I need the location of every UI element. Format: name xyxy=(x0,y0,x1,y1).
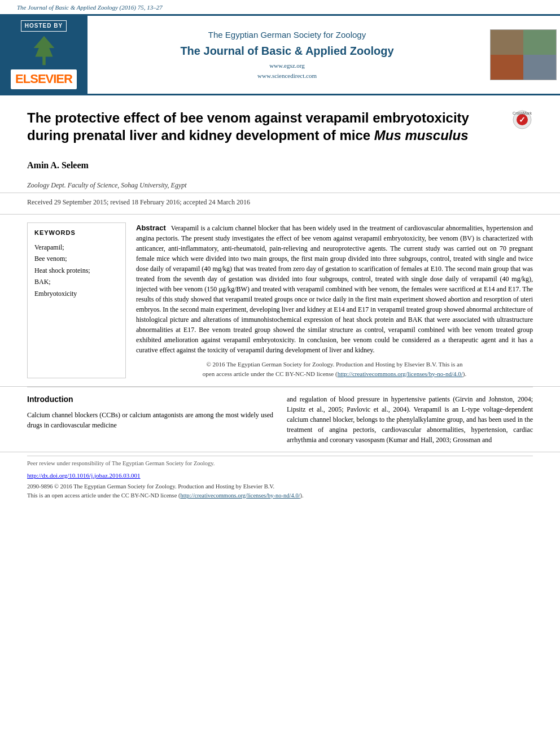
abstract-title: Abstract xyxy=(136,224,166,232)
keyword-item: Heat shock proteins; xyxy=(34,265,119,276)
article-title-section: ✓ CrossMark The protective effect of bee… xyxy=(0,95,560,150)
license-line2: open access article under the CC BY-NC-N… xyxy=(203,370,467,377)
keyword-item: Bee venom; xyxy=(34,253,119,264)
footer-line1: 2090-9896 © 2016 The Egyptian German Soc… xyxy=(27,483,274,490)
crossmark-icon: ✓ CrossMark xyxy=(511,109,533,130)
footer-line2: This is an open access article under the… xyxy=(27,492,304,499)
affiliation-text: Zoology Dept. Faculty of Science, Sohag … xyxy=(27,181,533,190)
right-col-content: and regulation of blood pressure in hype… xyxy=(287,395,533,444)
affiliation-section: Zoology Dept. Faculty of Science, Sohag … xyxy=(0,174,560,193)
svg-marker-0 xyxy=(33,36,54,65)
header-urls: www.egsz.org www.sciencedirect.com xyxy=(257,61,317,81)
journal-title-header: The Journal of Basic & Applied Zoology xyxy=(180,43,393,59)
footer-text: 2090-9896 © 2016 The Egyptian German Soc… xyxy=(27,482,533,500)
right-col-text: and regulation of blood pressure in hype… xyxy=(287,394,533,445)
right-col: and regulation of blood pressure in hype… xyxy=(287,394,533,445)
dates-section: Received 29 September 2015; revised 18 F… xyxy=(0,193,560,215)
title-italic: Mus musculus xyxy=(374,128,469,143)
society-name: The Egyptian German Society for Zoology xyxy=(208,29,366,41)
article-main-title: The protective effect of bee venom again… xyxy=(27,109,533,144)
license-url-link[interactable]: http://creativecommons.org/licenses/by-n… xyxy=(338,370,463,377)
left-col: Introduction Calcium channel blockers (C… xyxy=(27,394,273,445)
authors-section: Amin A. Seleem xyxy=(0,150,560,174)
footer-license-link[interactable]: http://creativecommons.org/licenses/by-n… xyxy=(180,492,300,499)
kw-title: KEYWORDS xyxy=(34,229,119,237)
keyword-item: BAK; xyxy=(34,276,119,287)
keywords-col: KEYWORDS Verapamil;Bee venom;Heat shock … xyxy=(27,222,126,379)
header-banner: HOSTED BY ELSEVIER The Egyptian German S… xyxy=(0,14,560,95)
page-container: The Journal of Basic & Applied Zoology (… xyxy=(0,0,560,747)
doi-url[interactable]: http://dx.doi.org/10.1016/j.jobaz.2016.0… xyxy=(27,472,141,479)
header-center: The Egyptian German Society for Zoology … xyxy=(88,16,487,94)
license-line1: © 2016 The Egyptian German Society for Z… xyxy=(206,361,462,368)
abstract-license: © 2016 The Egyptian German Society for Z… xyxy=(136,360,533,378)
header-left: HOSTED BY ELSEVIER xyxy=(0,16,88,94)
kw-list: Verapamil;Bee venom;Heat shock proteins;… xyxy=(34,242,119,299)
header-right-image xyxy=(490,29,557,80)
footer-section: Peer review under responsibility of The … xyxy=(0,452,560,503)
keyword-item: Verapamil; xyxy=(34,242,119,253)
dates-text: Received 29 September 2015; revised 18 F… xyxy=(27,198,533,207)
abstract-col: Abstract Verapamil is a calcium channel … xyxy=(136,222,533,379)
abstract-body: Abstract Verapamil is a calcium channel … xyxy=(136,222,533,356)
author-name: Amin A. Seleem xyxy=(27,159,533,172)
doi-link: http://dx.doi.org/10.1016/j.jobaz.2016.0… xyxy=(27,471,533,480)
introduction-text: Calcium channel blockers (CCBs) or calci… xyxy=(27,410,273,430)
url2: www.sciencedirect.com xyxy=(257,71,317,81)
hosted-by-label: HOSTED BY xyxy=(21,20,67,32)
elsevier-logo: ELSEVIER xyxy=(11,69,77,89)
header-right xyxy=(487,16,560,94)
abstract-content: Verapamil is a calcium channel blocker t… xyxy=(136,224,533,355)
url1: www.egsz.org xyxy=(257,61,317,71)
svg-text:CrossMark: CrossMark xyxy=(513,111,532,115)
tree-icon xyxy=(30,35,58,66)
intro-content: Calcium channel blockers (CCBs) or calci… xyxy=(27,411,273,429)
introduction-title: Introduction xyxy=(27,394,273,405)
svg-text:✓: ✓ xyxy=(519,115,526,124)
peer-review-note: Peer review under responsibility of The … xyxy=(27,456,533,468)
journal-top-line: The Journal of Basic & Applied Zoology (… xyxy=(0,0,560,14)
two-col-section: Introduction Calcium channel blockers (C… xyxy=(0,387,560,452)
keyword-item: Embryotoxicity xyxy=(34,288,119,299)
journal-citation: The Journal of Basic & Applied Zoology (… xyxy=(17,4,163,11)
kw-abstract-section: KEYWORDS Verapamil;Bee venom;Heat shock … xyxy=(0,215,560,387)
